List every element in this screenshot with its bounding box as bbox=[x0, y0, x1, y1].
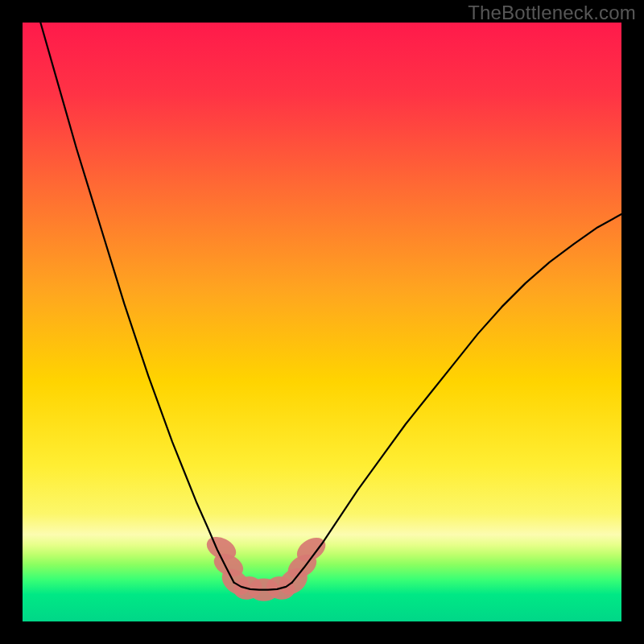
chart-frame: TheBottleneck.com bbox=[0, 0, 644, 644]
watermark-text: TheBottleneck.com bbox=[468, 2, 636, 24]
chart-plot-area bbox=[23, 23, 621, 621]
chart-background bbox=[23, 23, 621, 621]
chart-svg bbox=[23, 23, 621, 621]
